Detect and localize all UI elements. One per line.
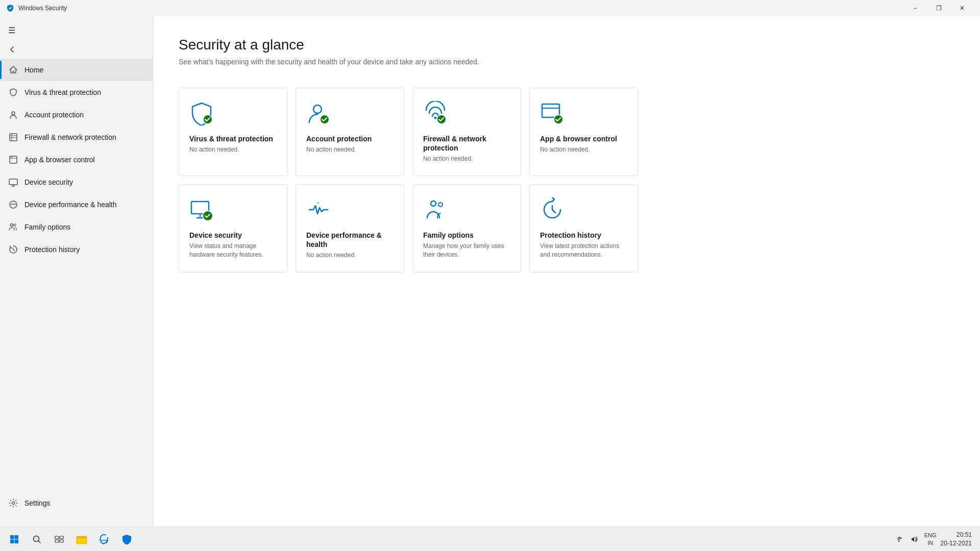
card-desc-history: View latest protection actions and recom… <box>540 242 627 259</box>
card-desc-account: No action needed. <box>306 145 394 154</box>
hamburger-menu[interactable]: ☰ <box>0 20 153 40</box>
device-health-icon <box>8 199 18 210</box>
card-family[interactable]: Family options Manage how your family us… <box>412 184 521 272</box>
sidebar-item-virus[interactable]: Virus & threat protection <box>0 81 153 104</box>
sidebar-label-browser: App & browser control <box>24 156 95 164</box>
restore-button[interactable]: ❐ <box>927 0 950 16</box>
svg-point-0 <box>12 112 15 115</box>
title-bar: Windows Security − ❐ ✕ <box>0 0 980 16</box>
sidebar-label-family: Family options <box>24 223 70 231</box>
card-account[interactable]: Account protection No action needed. <box>296 88 404 176</box>
close-button[interactable]: ✕ <box>950 0 974 16</box>
card-title-device-security: Device security <box>189 231 277 240</box>
svg-rect-44 <box>15 539 19 543</box>
sidebar-label-history: Protection history <box>24 245 80 254</box>
family-icon <box>8 222 18 232</box>
svg-rect-49 <box>55 540 59 542</box>
svg-rect-9 <box>9 179 17 185</box>
card-title-history: Protection history <box>540 231 627 240</box>
title-bar-left: Windows Security <box>6 4 67 12</box>
svg-rect-42 <box>15 535 19 539</box>
defender-taskbar-button[interactable] <box>116 529 137 549</box>
time-display: 20:51 <box>941 531 972 539</box>
sidebar-label-settings: Settings <box>24 499 51 507</box>
card-title-virus: Virus & threat protection <box>189 134 277 143</box>
sidebar-item-family[interactable]: Family options <box>0 216 153 238</box>
task-view-button[interactable] <box>49 529 69 549</box>
sidebar-item-browser[interactable]: App & browser control <box>0 148 153 171</box>
svg-point-37 <box>431 201 436 206</box>
card-desc-virus: No action needed. <box>189 145 277 154</box>
card-icon-device-security <box>189 197 277 222</box>
back-button[interactable] <box>0 40 153 59</box>
start-button[interactable] <box>4 529 24 549</box>
sidebar-item-firewall[interactable]: Firewall & network protection <box>0 126 153 148</box>
card-history[interactable]: Protection history View latest protectio… <box>529 184 638 272</box>
firewall-icon <box>8 132 18 142</box>
browser-icon <box>8 155 18 165</box>
file-explorer-button[interactable] <box>71 529 92 549</box>
minimize-button[interactable]: − <box>903 0 927 16</box>
home-icon <box>8 65 18 75</box>
card-icon-device-health <box>306 197 394 222</box>
svg-line-17 <box>13 249 15 251</box>
taskbar: ENGIN 20:51 20-12-2021 <box>0 527 980 551</box>
sidebar-label-device-health: Device performance & health <box>24 201 117 209</box>
sidebar-item-history[interactable]: Protection history <box>0 238 153 261</box>
edge-button[interactable] <box>94 529 114 549</box>
card-title-firewall: Firewall & network protection <box>423 134 510 153</box>
svg-rect-52 <box>77 538 87 544</box>
date-display: 20-12-2021 <box>941 539 972 548</box>
svg-line-46 <box>38 541 40 543</box>
network-icon[interactable] <box>893 533 905 545</box>
card-desc-family: Manage how your family uses their device… <box>423 242 510 259</box>
back-icon <box>8 45 16 54</box>
title-bar-controls: − ❐ ✕ <box>903 0 974 16</box>
svg-point-15 <box>14 224 16 226</box>
sidebar: ☰ Home Virus & threat protectio <box>0 16 153 527</box>
svg-point-21 <box>313 105 322 113</box>
app-icon <box>6 4 14 12</box>
sidebar-item-account[interactable]: Account protection <box>0 104 153 126</box>
card-title-family: Family options <box>423 231 510 240</box>
sidebar-item-home[interactable]: Home <box>0 59 153 81</box>
sidebar-label-virus: Virus & threat protection <box>24 88 101 96</box>
sidebar-label-device-security: Device security <box>24 178 73 186</box>
card-browser[interactable]: App & browser control No action needed. <box>529 88 638 176</box>
card-icon-virus <box>189 101 277 126</box>
virus-icon <box>8 87 18 97</box>
svg-point-24 <box>434 116 437 119</box>
svg-point-14 <box>11 224 13 227</box>
card-desc-browser: No action needed. <box>540 145 627 154</box>
svg-point-7 <box>11 157 12 158</box>
card-icon-firewall <box>423 101 510 126</box>
card-desc-firewall: No action needed. <box>423 155 510 163</box>
edge-icon <box>99 534 110 545</box>
card-firewall[interactable]: Firewall & network protection No action … <box>412 88 521 176</box>
card-icon-browser <box>540 101 627 126</box>
search-icon <box>32 535 41 544</box>
sidebar-label-home: Home <box>24 66 43 74</box>
svg-rect-48 <box>60 536 63 539</box>
card-icon-history <box>540 197 627 222</box>
file-explorer-icon <box>76 534 87 545</box>
sidebar-item-device-security[interactable]: Device security <box>0 171 153 193</box>
svg-rect-50 <box>60 540 63 542</box>
clock: 20:51 20-12-2021 <box>941 531 972 548</box>
card-device-security[interactable]: Device security View status and manage h… <box>179 184 287 272</box>
sidebar-label-account: Account protection <box>24 111 84 119</box>
search-button[interactable] <box>27 529 47 549</box>
history-icon <box>8 244 18 255</box>
sidebar-item-settings[interactable]: Settings <box>0 492 153 514</box>
shield-taskbar-icon <box>121 534 132 545</box>
task-view-icon <box>55 535 64 544</box>
card-virus[interactable]: Virus & threat protection No action need… <box>179 88 287 176</box>
tray-icons <box>893 533 920 545</box>
card-desc-device-security: View status and manage hardware security… <box>189 242 277 259</box>
page-subtitle: See what's happening with the security a… <box>179 57 954 67</box>
main-content: Security at a glance See what's happenin… <box>153 16 980 527</box>
volume-icon[interactable] <box>908 533 920 545</box>
card-device-health[interactable]: Device performance & health No action ne… <box>296 184 404 272</box>
sidebar-item-device-health[interactable]: Device performance & health <box>0 193 153 216</box>
card-icon-family <box>423 197 510 222</box>
